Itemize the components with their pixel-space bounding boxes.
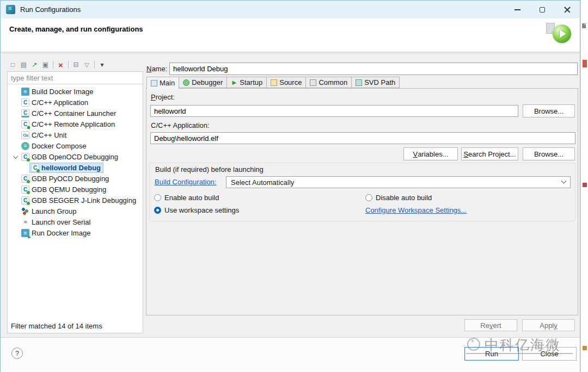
tree-item-c-unit[interactable]: C/C++ Unit [8,129,143,140]
minimize-icon [514,9,520,10]
tree-item-gdb-openocd[interactable]: GDB OpenOCD Debugging [8,151,143,162]
tree-item-gdb-segger-jlink[interactable]: GDB SEGGER J-Link Debugging [8,195,143,206]
configurations-panel: Build Docker Image C/C++ Application C/C… [7,71,143,333]
tree-item-build-docker-image[interactable]: Build Docker Image [8,86,143,97]
run-configurations-dialog: Run Configurations Create, manage, and r… [0,0,580,372]
tree-item-label: Run Docker Image [32,229,90,237]
footer: ? Run Close [1,338,580,372]
tree-item-run-docker-image[interactable]: Run Docker Image [8,227,143,238]
configurations-tree: Build Docker Image C/C++ Application C/C… [8,84,143,319]
delete-icon[interactable] [56,60,65,70]
enable-auto-build-radio[interactable]: Enable auto build [154,194,219,202]
radio-label: Disable auto build [376,194,432,202]
c-unit-icon [21,131,29,139]
tree-item-c-remote-application[interactable]: C/C++ Remote Application [8,119,143,129]
radio-icon [154,194,161,201]
toolbar-separator [68,61,69,69]
background-app-strip: li [580,0,588,372]
radio-icon [365,194,372,201]
build-configuration-select[interactable]: Select Automatically [226,176,571,188]
tree-item-label: GDB PyOCD Debugging [32,175,109,183]
filter-input[interactable] [8,72,143,84]
search-project-button[interactable]: Search Project... [461,147,518,160]
run-button[interactable]: Run [464,347,519,361]
c-remote-icon [21,120,29,128]
tab-debugger[interactable]: Debugger [179,77,227,88]
browse-application-button[interactable]: Browse... [523,147,575,160]
use-workspace-settings-radio[interactable]: Use workspace settings [154,206,239,214]
tree-item-gdb-pyocd[interactable]: GDB PyOCD Debugging [8,173,143,184]
radio-label: Use workspace settings [164,206,239,214]
app-icon [6,5,15,14]
gdb-qemu-icon [21,185,29,194]
duplicate-icon[interactable] [41,60,50,70]
tree-item-label: Build Docker Image [32,88,93,96]
docker-run-icon [21,229,29,237]
expander-icon[interactable] [11,155,20,159]
gdb-jlink-icon [21,196,29,204]
svd-path-tab-icon [356,79,362,86]
name-input[interactable] [169,63,578,75]
debugger-tab-icon [183,79,189,86]
titlebar[interactable]: Run Configurations [1,1,580,18]
view-menu-icon[interactable] [97,60,107,70]
tree-item-c-container-launcher[interactable]: C/C++ Container Launcher [8,108,143,119]
tab-bar: Main Debugger Startup Source Common SVD … [146,77,399,88]
export-icon[interactable] [30,60,39,70]
run-banner-icon [553,24,571,43]
window-title: Run Configurations [20,5,81,14]
tree-item-label: C/C++ Remote Application [32,120,115,128]
filter-icon[interactable] [82,60,91,70]
tree-item-helloworld-debug[interactable]: helloworld Debug [8,162,143,173]
tab-label: Startup [240,78,262,86]
minimize-button[interactable] [505,1,530,18]
build-before-launch-group: Build (if required) before launching Bui… [149,163,575,221]
main-tab-icon [151,80,157,86]
configure-workspace-settings-link[interactable]: Configure Workspace Settings... [365,206,467,214]
new-prototype-icon[interactable] [19,60,28,70]
background-marker [583,183,587,187]
tree-item-label: GDB OpenOCD Debugging [32,153,118,161]
revert-button[interactable]: Revert [464,319,517,331]
tree-item-docker-compose[interactable]: Docker Compose [8,140,143,151]
new-configuration-icon[interactable] [8,60,17,70]
source-tab-icon [271,79,277,86]
build-configuration-value: Select Automatically [231,178,294,187]
docker-compose-icon [21,142,29,150]
build-group-title: Build (if required) before launching [155,165,264,173]
gdb-pyocd-icon [21,175,29,183]
application-input[interactable] [150,132,575,144]
tab-svd-path[interactable]: SVD Path [351,77,400,88]
launch-group-icon [21,207,29,215]
tree-item-launch-group[interactable]: Launch Group [8,206,143,216]
background-marker [583,346,587,350]
help-button[interactable]: ? [11,348,23,359]
build-configuration-link[interactable]: Build Configuration: [155,178,216,186]
tab-label: Debugger [192,78,223,86]
tab-source[interactable]: Source [266,77,306,88]
close-button[interactable]: Close [522,347,577,361]
tab-label: SVD Path [364,78,395,86]
project-label: Project: [151,93,175,101]
gdb-openocd-icon [21,153,29,161]
maximize-button[interactable] [530,1,555,18]
tree-item-launch-over-serial[interactable]: Launch over Serial [8,216,143,227]
launch-serial-icon [21,218,29,226]
startup-tab-icon [231,79,237,86]
tree-item-label: GDB SEGGER J-Link Debugging [32,196,136,204]
tree-item-label: Launch Group [32,207,76,215]
close-window-button[interactable] [555,1,580,18]
tab-main[interactable]: Main [146,77,179,89]
tree-item-c-application[interactable]: C/C++ Application [8,97,143,108]
browse-project-button[interactable]: Browse... [523,104,575,117]
apply-button[interactable]: Apply [522,319,575,331]
project-input[interactable] [150,105,518,117]
tab-startup[interactable]: Startup [226,77,267,88]
variables-button[interactable]: Variables... [403,147,458,160]
tree-item-label: Docker Compose [32,142,86,150]
disable-auto-build-radio[interactable]: Disable auto build [365,194,432,202]
background-marker [583,60,587,67]
tree-item-gdb-qemu[interactable]: GDB QEMU Debugging [8,184,143,195]
tab-common[interactable]: Common [305,77,352,88]
collapse-all-icon[interactable] [71,60,81,70]
